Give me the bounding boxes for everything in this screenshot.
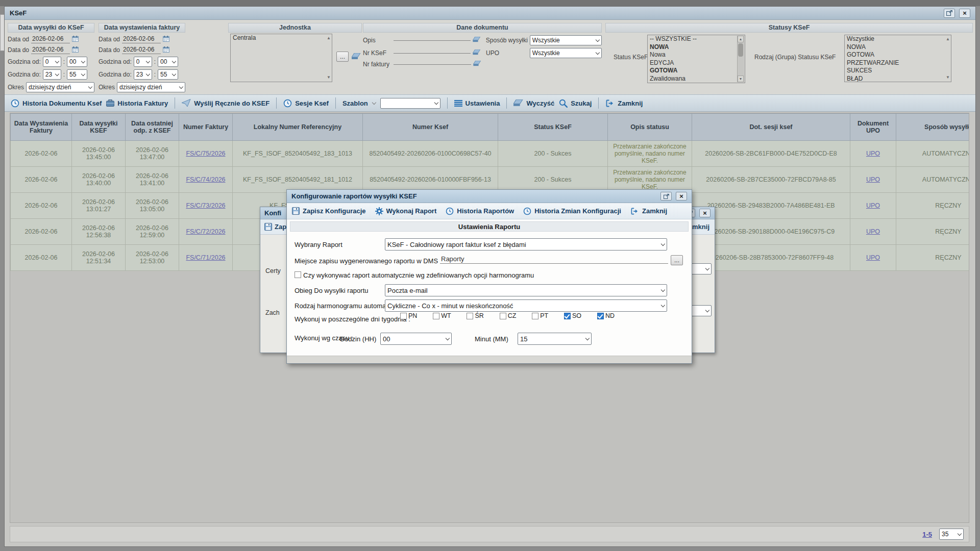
unit-item[interactable]: Centrala [231, 34, 332, 42]
col-header[interactable]: Numer Faktury [179, 114, 233, 141]
schedule-select[interactable]: Cykliczne - Co x - minut w nieskończonoś… [385, 299, 667, 312]
send-date-to-input[interactable]: 2026-02-06 [31, 46, 70, 54]
status-group-item[interactable]: Wszystkie [845, 35, 951, 43]
status-group-item[interactable]: PRZETWARZANIE [845, 59, 951, 67]
status-item[interactable]: Nowa [648, 51, 745, 59]
upo-link[interactable]: UPO [866, 254, 880, 261]
config-history-button[interactable]: Historia Zmian Konfiguracji [523, 207, 621, 215]
day-checkbox[interactable] [597, 313, 604, 319]
save-config-button[interactable]: Zapisz Konfiguracje [292, 207, 366, 215]
send-manual-button[interactable]: Wyślij Ręcznie do KSEF [182, 99, 270, 107]
upo-link[interactable]: UPO [866, 150, 880, 157]
upo-link[interactable]: UPO [866, 228, 880, 235]
invoice-link[interactable]: FS/C/73/2026 [186, 202, 225, 209]
day-wednesday[interactable]: ŚR [467, 312, 483, 319]
minutes-select[interactable]: 15 [518, 333, 592, 345]
invoice-link[interactable]: FS/C/74/2026 [186, 176, 225, 183]
page-range-link[interactable]: 1-5 [922, 531, 932, 538]
history-document-button[interactable]: Historia Dokumentu Ksef [11, 99, 102, 108]
col-header[interactable]: Sposób wysyłki [896, 114, 970, 141]
issue-minute-to-select[interactable]: 55 [158, 69, 178, 80]
scroll-down-icon[interactable]: ▼ [327, 76, 331, 80]
col-header[interactable]: Status KSeF [498, 114, 608, 141]
clear-button[interactable]: Wyczyść [513, 99, 554, 107]
send-minute-from-select[interactable]: 00 [67, 57, 87, 67]
status-group-item[interactable]: BŁĄD [845, 75, 951, 83]
send-hour-to-select[interactable]: 23 [43, 69, 61, 80]
save-icon[interactable] [264, 223, 272, 231]
day-friday[interactable]: PT [532, 312, 548, 319]
send-hour-from-select[interactable]: 0 [43, 57, 61, 67]
status-group-item[interactable]: GOTOWA [845, 51, 951, 59]
day-checkbox[interactable] [433, 313, 439, 319]
unit-listbox[interactable]: Centrala ▲ ▼ [230, 34, 332, 82]
search-button[interactable]: Szukaj [559, 99, 592, 108]
scroll-down-icon[interactable]: ▼ [738, 76, 744, 82]
settings-button[interactable]: Ustawienia [454, 99, 500, 107]
eraser-icon[interactable] [352, 53, 361, 62]
issue-date-to-input[interactable]: 2026-02-06 [122, 46, 161, 54]
issue-hour-from-select[interactable]: 0 [134, 57, 152, 67]
col-header[interactable]: Lokalny Numer Referencyjny [233, 114, 363, 141]
invoice-link[interactable]: FS/C/75/2026 [186, 150, 225, 157]
issue-minute-from-select[interactable]: 00 [158, 57, 178, 67]
flow-select[interactable]: Poczta e-mail [385, 284, 667, 296]
template-sort-icon[interactable] [372, 100, 376, 104]
status-item[interactable]: EDYCJA [648, 59, 745, 67]
desc-input[interactable] [394, 40, 471, 41]
day-checkbox[interactable] [400, 313, 407, 319]
upo-select[interactable]: Wszystkie [530, 48, 602, 58]
day-monday[interactable]: PN [400, 312, 417, 319]
day-tuesday[interactable]: WT [433, 312, 451, 319]
invoice-link[interactable]: FS/C/71/2026 [186, 254, 225, 261]
popout-icon[interactable] [944, 9, 955, 18]
calendar-icon[interactable] [72, 36, 79, 43]
nr-invoice-input[interactable] [394, 64, 471, 65]
col-header[interactable]: Data wysyłki KSEF [72, 114, 126, 141]
dms-browse-button[interactable]: ... [671, 255, 683, 265]
scroll-up-icon[interactable]: ▲ [946, 37, 950, 41]
day-checkbox[interactable] [467, 313, 473, 319]
day-checkbox[interactable] [532, 313, 538, 319]
unit-browse-button[interactable]: ... [336, 52, 349, 62]
calendar-icon[interactable] [163, 36, 169, 43]
hours-select[interactable]: 00 [380, 333, 452, 345]
status-item[interactable]: NOWA [648, 43, 745, 52]
background-save-button[interactable]: Zap [275, 223, 286, 231]
calendar-icon[interactable] [72, 46, 79, 54]
day-thursday[interactable]: CZ [500, 312, 517, 319]
dialog-close-button[interactable]: Zamknij [630, 207, 667, 215]
eraser-icon[interactable] [473, 61, 481, 68]
report-select[interactable]: KSeF - Całodniowy raport faktur ksef z b… [385, 238, 667, 251]
issue-period-select[interactable]: dzisiejszy dzień [117, 82, 185, 92]
day-sunday[interactable]: ND [597, 312, 615, 319]
calendar-icon[interactable] [163, 46, 169, 54]
day-saturday[interactable]: SO [564, 312, 581, 319]
history-invoice-button[interactable]: Historia Faktury [106, 99, 168, 107]
issue-date-from-input[interactable]: 2026-02-06 [122, 35, 161, 43]
status-group-listbox[interactable]: Wszystkie NOWA GOTOWA PRZETWARZANIE SUKC… [844, 35, 951, 82]
eraser-icon[interactable] [473, 37, 481, 44]
col-header[interactable]: Opis statusu [608, 114, 692, 141]
upo-link[interactable]: UPO [866, 202, 880, 209]
scrollbar[interactable]: ▲ ▼ [737, 36, 744, 82]
close-icon[interactable]: × [676, 192, 687, 201]
status-listbox[interactable]: -- WSZYSTKIE -- NOWA Nowa EDYCJA GOTOWA … [647, 35, 745, 83]
scroll-down-icon[interactable]: ▼ [946, 76, 950, 80]
col-header[interactable]: Data Wystawienia Faktury [11, 114, 72, 141]
report-history-button[interactable]: Historia Raportów [446, 207, 514, 215]
run-report-button[interactable]: Wykonaj Raport [375, 207, 437, 215]
day-checkbox[interactable] [564, 313, 571, 319]
scroll-up-icon[interactable]: ▲ [738, 36, 744, 42]
status-item[interactable]: GOTOWA [648, 67, 745, 75]
col-header[interactable]: Dokument UPO [850, 114, 896, 141]
scroll-up-icon[interactable]: ▲ [327, 36, 331, 40]
status-item[interactable]: Zwalidowana [648, 75, 745, 83]
status-group-item[interactable]: NOWA [845, 43, 951, 52]
issue-hour-to-select[interactable]: 23 [134, 69, 152, 80]
upo-link[interactable]: UPO [866, 176, 880, 183]
scroll-thumb[interactable] [738, 43, 743, 57]
send-period-select[interactable]: dzisiejszy dzień [26, 82, 94, 92]
close-icon[interactable]: × [699, 209, 710, 217]
col-header[interactable]: Numer Ksef [363, 114, 498, 141]
